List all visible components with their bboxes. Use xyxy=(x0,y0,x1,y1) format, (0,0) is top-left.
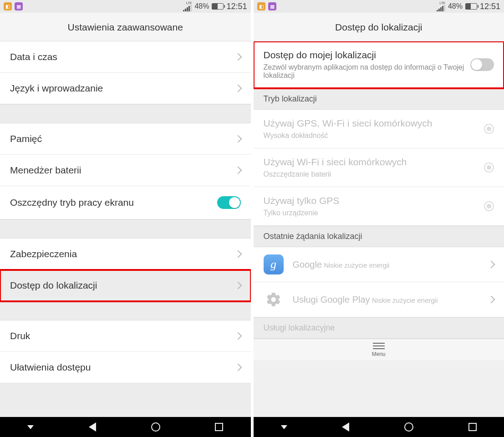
row-mode-wifi-cell[interactable]: Używaj Wi-Fi i sieci komórkowych Oszczęd… xyxy=(254,148,504,187)
row-app-play-services[interactable]: Usługi Google Play Niskie zużycie energi… xyxy=(254,282,504,317)
row-label: Ułatwienia dostępu xyxy=(10,362,235,373)
google-icon: g xyxy=(264,254,284,274)
hamburger-icon xyxy=(373,343,385,349)
row-label: Używaj tylko GPS xyxy=(264,195,484,206)
chevron-right-icon xyxy=(234,332,242,340)
row-label: Menedżer baterii xyxy=(10,165,235,176)
toggle-eco-screen[interactable] xyxy=(217,196,241,209)
signal-icon xyxy=(437,5,445,11)
nav-home-button[interactable] xyxy=(151,422,160,432)
chevron-right-icon xyxy=(234,167,242,174)
chevron-right-icon xyxy=(488,261,495,269)
chevron-right-icon xyxy=(234,282,242,290)
app-subtitle: Niskie zużycie energii xyxy=(324,261,389,269)
nav-recent-button[interactable] xyxy=(215,423,223,431)
toggle-my-location[interactable] xyxy=(470,58,494,71)
row-subtitle: Tylko urządzenie xyxy=(264,209,484,217)
battery-icon xyxy=(465,3,477,10)
gear-icon xyxy=(264,290,284,310)
row-label: Data i czas xyxy=(10,51,235,62)
chevron-right-icon xyxy=(234,85,242,92)
row-subtitle: Wysoka dokładność xyxy=(264,132,484,140)
nav-expand-button[interactable] xyxy=(27,425,34,429)
app-name: Google xyxy=(293,259,322,269)
clock: 12:51 xyxy=(480,2,500,11)
nav-expand-button[interactable] xyxy=(281,425,287,429)
row-language-input[interactable]: Język i wprowadzanie xyxy=(0,73,251,104)
svg-point-0 xyxy=(272,299,274,300)
row-label: Dostęp do mojej lokalizacji xyxy=(264,50,471,61)
status-bar: ◧ ▦ LTE 48% 12:51 xyxy=(254,0,504,13)
section-header-location-mode: Tryb lokalizacji xyxy=(254,88,504,110)
row-label: Oszczędny tryb pracy ekranu xyxy=(10,197,217,208)
lte-indicator: LTE xyxy=(186,1,192,5)
menu-bar[interactable]: Menu xyxy=(254,339,504,360)
chevron-right-icon xyxy=(234,364,242,371)
statusbar-app-icon: ▦ xyxy=(15,2,23,10)
row-subtitle: Oszczędzanie baterii xyxy=(264,170,484,178)
clock: 12:51 xyxy=(226,2,247,11)
battery-percent: 48% xyxy=(448,2,463,10)
lte-indicator: LTE xyxy=(439,1,445,5)
android-nav-bar xyxy=(0,417,251,437)
row-eco-screen[interactable]: Oszczędny tryb pracy ekranu xyxy=(0,186,251,219)
phone-left: ◧ ▦ LTE 48% 12:51 Ustawienia zaawansowan… xyxy=(0,0,251,437)
phone-right: ◧ ▦ LTE 48% 12:51 Dostęp do lokalizacji … xyxy=(251,0,504,437)
row-mode-gps-wifi-cell[interactable]: Używaj GPS, Wi-Fi i sieci komórkowych Wy… xyxy=(254,110,504,148)
section-divider xyxy=(0,219,251,239)
row-label: Używaj GPS, Wi-Fi i sieci komórkowych xyxy=(264,118,484,129)
page-title: Ustawienia zaawansowane xyxy=(0,13,251,41)
section-divider xyxy=(0,301,251,320)
statusbar-app-icon: ◧ xyxy=(257,2,265,10)
nav-home-button[interactable] xyxy=(404,422,413,432)
menu-label: Menu xyxy=(372,351,386,357)
statusbar-app-icon: ▦ xyxy=(268,2,276,10)
row-battery-manager[interactable]: Menedżer baterii xyxy=(0,155,251,186)
battery-percent: 48% xyxy=(194,2,209,10)
row-label: Używaj Wi-Fi i sieci komórkowych xyxy=(264,157,484,168)
section-divider xyxy=(0,104,251,123)
signal-icon xyxy=(183,5,192,11)
app-name: Usługi Google Play xyxy=(293,295,370,305)
row-label: Język i wprowadzanie xyxy=(10,83,235,94)
statusbar-app-icon: ◧ xyxy=(4,2,12,10)
battery-icon xyxy=(212,3,224,10)
row-date-time[interactable]: Data i czas xyxy=(0,41,251,73)
row-label: Dostęp do lokalizacji xyxy=(10,280,235,291)
row-print[interactable]: Druk xyxy=(0,320,251,352)
nav-recent-button[interactable] xyxy=(468,423,477,431)
status-bar: ◧ ▦ LTE 48% 12:51 xyxy=(0,0,251,13)
radio-icon[interactable] xyxy=(484,124,494,134)
section-header-location-services: Usługi lokalizacyjne xyxy=(254,317,504,339)
row-memory[interactable]: Pamięć xyxy=(0,123,251,155)
row-label: Pamięć xyxy=(10,133,235,144)
row-location-access[interactable]: Dostęp do lokalizacji xyxy=(0,270,251,301)
app-subtitle: Niskie zużycie energii xyxy=(372,296,438,304)
chevron-right-icon xyxy=(234,250,242,258)
nav-back-button[interactable] xyxy=(89,422,96,432)
row-label: Zabezpieczenia xyxy=(10,249,235,259)
row-my-location-access[interactable]: Dostęp do mojej lokalizacji Zezwól wybra… xyxy=(254,41,504,88)
row-app-google[interactable]: g Google Niskie zużycie energii xyxy=(254,247,504,282)
row-mode-gps-only[interactable]: Używaj tylko GPS Tylko urządzenie xyxy=(254,187,504,226)
chevron-right-icon xyxy=(234,53,242,61)
nav-back-button[interactable] xyxy=(342,422,349,432)
page-title: Dostęp do lokalizacji xyxy=(254,13,504,41)
row-label: Druk xyxy=(10,330,235,341)
row-security[interactable]: Zabezpieczenia xyxy=(0,239,251,270)
radio-icon[interactable] xyxy=(484,163,494,173)
row-subtitle: Zezwól wybranym aplikacjom na dostęp do … xyxy=(264,63,471,80)
android-nav-bar xyxy=(254,417,504,437)
chevron-right-icon xyxy=(234,135,242,143)
row-accessibility[interactable]: Ułatwienia dostępu xyxy=(0,352,251,383)
chevron-right-icon xyxy=(488,296,495,304)
radio-icon[interactable] xyxy=(484,201,494,211)
section-header-recent-requests: Ostatnie żądania lokalizacji xyxy=(254,226,504,247)
